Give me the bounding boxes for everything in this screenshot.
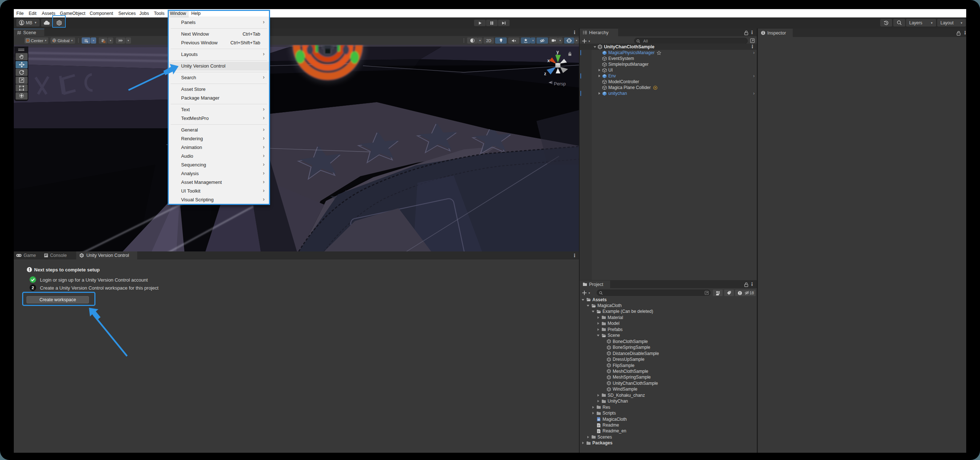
svg-text:Persp: Persp	[554, 81, 566, 86]
svg-text:x: x	[547, 58, 550, 63]
svg-text:2: 2	[32, 286, 34, 290]
svg-text:y: y	[557, 50, 559, 54]
svg-text:z: z	[544, 71, 546, 76]
